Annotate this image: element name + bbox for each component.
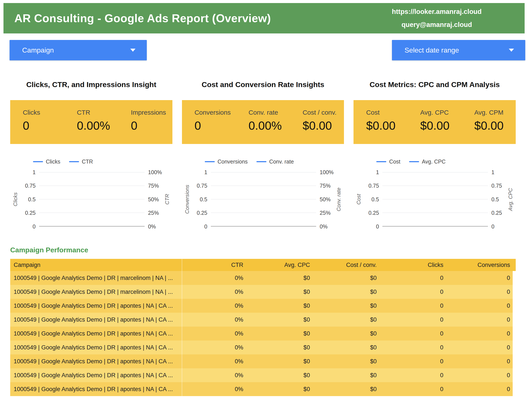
cell-campaign: 1000549 | Google Analytics Demo | DR | a… [10, 299, 182, 313]
column-header-cost-conv[interactable]: Cost / conv. [316, 259, 382, 271]
panel-clicks-ctr-impressions: Clicks, CTR, and Impressions Insight Cli… [10, 80, 172, 227]
cell-ctr: 0% [182, 299, 249, 313]
cell-cost-conv: $0 [316, 382, 382, 396]
cell-campaign: 1000549 | Google Analytics Demo | DR | a… [10, 327, 182, 341]
metric: Cost $0.00 [354, 109, 408, 144]
cell-avg-cpc: $0 [249, 382, 316, 396]
column-header-clicks[interactable]: Clicks [382, 259, 449, 271]
campaign-performance-table: Campaign CTR Avg. CPC Cost / conv. Click… [10, 259, 516, 396]
gridline [39, 199, 145, 199]
legend-label: Cost [389, 159, 400, 165]
column-header-campaign[interactable]: Campaign [10, 259, 182, 271]
table-row[interactable]: 1000549 | Google Analytics Demo | DR | a… [10, 299, 516, 313]
cell-conversions: 0 [449, 354, 516, 368]
cell-cost-conv: $0 [316, 327, 382, 341]
plot-row: Cost 1 0.75 0.5 0.25 0 1 0.75 0 [354, 172, 516, 227]
cell-ctr: 0% [182, 341, 249, 354]
report-email: query@amanraj.cloud [392, 18, 482, 31]
cell-clicks: 0 [382, 354, 449, 368]
cell-conversions: 0 [449, 285, 516, 299]
cell-campaign: 1000549 | Google Analytics Demo | DR | a… [10, 368, 182, 382]
scorecard: Conversions 0 Conv. rate 0.00% Cost / co… [182, 100, 344, 144]
section-title: Cost Metrics: CPC and CPM Analysis [354, 80, 516, 89]
chart-legend: Conversions Conv. rate [205, 158, 344, 165]
cell-clicks: 0 [382, 382, 449, 396]
gridline [211, 213, 316, 213]
metric-label: Impressions [131, 109, 172, 116]
charts-row: Clicks, CTR, and Impressions Insight Cli… [10, 80, 516, 227]
chart-legend: Cost Avg. CPC [376, 158, 516, 165]
metric: Cost / conv. $0.00 [290, 109, 344, 144]
cell-conversions: 0 [449, 341, 516, 354]
legend-item: Avg. CPC [409, 159, 446, 165]
cell-clicks: 0 [382, 285, 449, 299]
cell-clicks: 0 [382, 368, 449, 382]
metric-value: 0 [195, 119, 236, 132]
column-header-conversions[interactable]: Conversions [449, 259, 516, 271]
gridline [211, 172, 316, 172]
campaign-filter-dropdown[interactable]: Campaign [10, 40, 147, 60]
table-row[interactable]: 1000549 | Google Analytics Demo | DR | a… [10, 341, 516, 354]
gridline [39, 186, 145, 186]
metric-value: 0.00% [77, 119, 118, 132]
left-axis-title: Cost [354, 172, 364, 227]
table-header-row: Campaign CTR Avg. CPC Cost / conv. Click… [10, 259, 516, 271]
left-axis-ticks: 1 0.75 0.5 0.25 0 [192, 172, 211, 227]
table-row[interactable]: 1000549 | Google Analytics Demo | DR | a… [10, 313, 516, 327]
cell-avg-cpc: $0 [249, 341, 316, 354]
legend-label: Avg. CPC [422, 159, 446, 165]
table-row[interactable]: 1000549 | Google Analytics Demo | DR | a… [10, 354, 516, 368]
report-link[interactable]: https://looker.amanraj.cloud [392, 5, 482, 18]
table-row[interactable]: 1000549 | Google Analytics Demo | DR | a… [10, 382, 516, 396]
date-range-dropdown[interactable]: Select date range [392, 40, 525, 60]
cell-avg-cpc: $0 [249, 271, 316, 285]
cell-conversions: 0 [449, 327, 516, 341]
left-axis-title: Clicks [10, 172, 21, 227]
cell-cost-conv: $0 [316, 313, 382, 327]
cell-cost-conv: $0 [316, 354, 382, 368]
cell-avg-cpc: $0 [249, 313, 316, 327]
cell-avg-cpc: $0 [249, 285, 316, 299]
cell-avg-cpc: $0 [249, 354, 316, 368]
report-header: AR Consulting - Google Ads Report (Overv… [3, 3, 525, 33]
metric: Avg. CPC $0.00 [408, 109, 462, 144]
table-row[interactable]: 1000549 | Google Analytics Demo | DR | m… [10, 285, 516, 299]
metric-value: $0.00 [366, 119, 408, 132]
date-range-label: Select date range [405, 46, 459, 54]
gridline [39, 213, 145, 213]
column-header-avg-cpc[interactable]: Avg. CPC [249, 259, 316, 271]
metric: Avg. CPM $0.00 [462, 109, 516, 144]
gridline [382, 199, 488, 199]
cell-ctr: 0% [182, 271, 249, 285]
panel-cpc-cpm: Cost Metrics: CPC and CPM Analysis Cost … [354, 80, 516, 227]
table-row[interactable]: 1000549 | Google Analytics Demo | DR | a… [10, 327, 516, 341]
cell-avg-cpc: $0 [249, 368, 316, 382]
legend-line-icon [205, 161, 215, 162]
metric: Clicks 0 [10, 109, 64, 144]
legend-item: Conv. rate [256, 159, 294, 165]
cell-avg-cpc: $0 [249, 299, 316, 313]
right-axis-ticks: 100% 75% 50% 25% 0% [316, 172, 334, 227]
gridline [382, 213, 488, 213]
cell-cost-conv: $0 [316, 271, 382, 285]
column-header-ctr[interactable]: CTR [182, 259, 249, 271]
chevron-down-icon [509, 49, 514, 52]
right-axis-title: Conv. rate [334, 172, 344, 227]
table-row[interactable]: 1000549 | Google Analytics Demo | DR | a… [10, 368, 516, 382]
metric: CTR 0.00% [64, 109, 118, 144]
left-axis-ticks: 1 0.75 0.5 0.25 0 [21, 172, 39, 227]
table-title: Campaign Performance [10, 246, 522, 254]
cell-campaign: 1000549 | Google Analytics Demo | DR | a… [10, 313, 182, 327]
cell-clicks: 0 [382, 327, 449, 341]
cell-clicks: 0 [382, 341, 449, 354]
legend-item: CTR [69, 159, 93, 165]
cell-conversions: 0 [449, 271, 516, 285]
table-scrollbar[interactable] [513, 271, 516, 396]
cell-conversions: 0 [449, 313, 516, 327]
cell-campaign: 1000549 | Google Analytics Demo | DR | a… [10, 341, 182, 354]
table-row[interactable]: 1000549 | Google Analytics Demo | DR | m… [10, 271, 516, 285]
gridline [211, 199, 316, 199]
chevron-down-icon [130, 49, 135, 52]
cell-cost-conv: $0 [316, 341, 382, 354]
cell-ctr: 0% [182, 354, 249, 368]
